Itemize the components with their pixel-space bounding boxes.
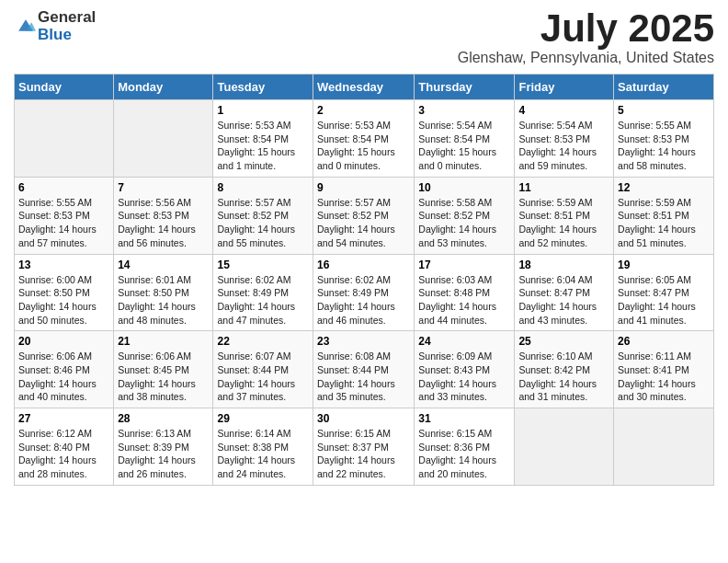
calendar-cell: 16Sunrise: 6:02 AMSunset: 8:49 PMDayligh…: [313, 254, 415, 331]
calendar-cell: 19Sunrise: 6:05 AMSunset: 8:47 PMDayligh…: [614, 254, 714, 331]
calendar-cell: 29Sunrise: 6:14 AMSunset: 8:38 PMDayligh…: [213, 408, 313, 486]
day-number: 21: [118, 335, 209, 348]
day-number: 23: [317, 335, 410, 348]
day-info: Sunrise: 5:59 AMSunset: 8:51 PMDaylight:…: [518, 197, 597, 248]
day-number: 26: [618, 335, 710, 348]
day-info: Sunrise: 6:04 AMSunset: 8:47 PMDaylight:…: [518, 274, 597, 326]
day-number: 3: [418, 104, 510, 117]
calendar-table: SundayMondayTuesdayWednesdayThursdayFrid…: [14, 74, 714, 486]
weekday-header-monday: Monday: [114, 75, 213, 100]
day-info: Sunrise: 6:12 AMSunset: 8:40 PMDaylight:…: [18, 428, 97, 479]
header: General Blue July 2025 Glenshaw, Pennsyl…: [14, 9, 714, 66]
day-info: Sunrise: 6:08 AMSunset: 8:44 PMDaylight:…: [317, 350, 395, 402]
day-number: 28: [118, 412, 209, 425]
day-number: 12: [618, 181, 710, 194]
calendar-cell: 31Sunrise: 6:15 AMSunset: 8:36 PMDayligh…: [415, 408, 515, 486]
calendar-cell: 12Sunrise: 5:59 AMSunset: 8:51 PMDayligh…: [614, 177, 714, 254]
calendar-cell: 30Sunrise: 6:15 AMSunset: 8:37 PMDayligh…: [313, 408, 415, 486]
day-number: 14: [118, 259, 209, 271]
day-number: 17: [418, 259, 510, 271]
calendar-cell: 2Sunrise: 5:53 AMSunset: 8:54 PMDaylight…: [313, 100, 415, 178]
day-number: 6: [18, 181, 109, 194]
calendar-cell: [614, 408, 714, 486]
day-number: 1: [217, 104, 309, 117]
day-info: Sunrise: 5:58 AMSunset: 8:52 PMDaylight:…: [418, 197, 496, 248]
day-info: Sunrise: 5:54 AMSunset: 8:53 PMDaylight:…: [518, 120, 597, 171]
calendar-cell: 20Sunrise: 6:06 AMSunset: 8:46 PMDayligh…: [15, 331, 114, 408]
day-number: 20: [18, 335, 109, 348]
calendar-cell: [15, 100, 114, 178]
calendar-cell: 14Sunrise: 6:01 AMSunset: 8:50 PMDayligh…: [114, 254, 213, 331]
day-number: 13: [18, 259, 109, 271]
day-number: 4: [518, 104, 609, 117]
day-info: Sunrise: 5:55 AMSunset: 8:53 PMDaylight:…: [18, 197, 97, 248]
calendar-cell: 11Sunrise: 5:59 AMSunset: 8:51 PMDayligh…: [515, 177, 614, 254]
day-info: Sunrise: 5:59 AMSunset: 8:51 PMDaylight:…: [618, 197, 696, 248]
day-number: 30: [317, 412, 410, 425]
calendar-cell: [515, 408, 614, 486]
day-info: Sunrise: 6:07 AMSunset: 8:44 PMDaylight:…: [217, 350, 295, 402]
day-number: 25: [518, 335, 609, 348]
logo-blue-text: Blue: [38, 27, 96, 44]
day-number: 16: [317, 259, 410, 271]
calendar-cell: 24Sunrise: 6:09 AMSunset: 8:43 PMDayligh…: [415, 331, 515, 408]
logo: General Blue: [14, 9, 96, 43]
calendar-cell: 26Sunrise: 6:11 AMSunset: 8:41 PMDayligh…: [614, 331, 714, 408]
day-number: 29: [217, 412, 309, 425]
day-info: Sunrise: 6:06 AMSunset: 8:45 PMDaylight:…: [118, 350, 196, 402]
day-number: 9: [317, 181, 410, 194]
day-number: 19: [618, 259, 710, 271]
day-info: Sunrise: 5:57 AMSunset: 8:52 PMDaylight:…: [217, 197, 295, 248]
day-info: Sunrise: 6:01 AMSunset: 8:50 PMDaylight:…: [118, 274, 196, 326]
weekday-header-saturday: Saturday: [614, 75, 714, 100]
day-info: Sunrise: 5:57 AMSunset: 8:52 PMDaylight:…: [317, 197, 395, 248]
day-info: Sunrise: 5:53 AMSunset: 8:54 PMDaylight:…: [317, 120, 395, 171]
calendar-cell: 27Sunrise: 6:12 AMSunset: 8:40 PMDayligh…: [15, 408, 114, 486]
calendar-cell: 10Sunrise: 5:58 AMSunset: 8:52 PMDayligh…: [415, 177, 515, 254]
day-info: Sunrise: 6:02 AMSunset: 8:49 PMDaylight:…: [317, 274, 395, 326]
title-area: July 2025 Glenshaw, Pennsylvania, United…: [458, 9, 714, 66]
calendar-cell: 4Sunrise: 5:54 AMSunset: 8:53 PMDaylight…: [515, 100, 614, 178]
day-number: 22: [217, 335, 309, 348]
calendar-cell: 5Sunrise: 5:55 AMSunset: 8:53 PMDaylight…: [614, 100, 714, 178]
day-info: Sunrise: 5:56 AMSunset: 8:53 PMDaylight:…: [118, 197, 196, 248]
day-info: Sunrise: 6:00 AMSunset: 8:50 PMDaylight:…: [18, 274, 97, 326]
day-info: Sunrise: 5:53 AMSunset: 8:54 PMDaylight:…: [217, 120, 295, 171]
calendar-cell: 17Sunrise: 6:03 AMSunset: 8:48 PMDayligh…: [415, 254, 515, 331]
day-info: Sunrise: 6:03 AMSunset: 8:48 PMDaylight:…: [418, 274, 496, 326]
weekday-header-wednesday: Wednesday: [313, 75, 415, 100]
day-info: Sunrise: 5:54 AMSunset: 8:54 PMDaylight:…: [418, 120, 496, 171]
day-info: Sunrise: 6:15 AMSunset: 8:37 PMDaylight:…: [317, 428, 395, 479]
day-info: Sunrise: 6:15 AMSunset: 8:36 PMDaylight:…: [418, 428, 496, 479]
calendar-cell: 28Sunrise: 6:13 AMSunset: 8:39 PMDayligh…: [114, 408, 213, 486]
calendar-cell: 22Sunrise: 6:07 AMSunset: 8:44 PMDayligh…: [213, 331, 313, 408]
calendar-cell: 6Sunrise: 5:55 AMSunset: 8:53 PMDaylight…: [15, 177, 114, 254]
logo-icon: [16, 17, 36, 37]
day-info: Sunrise: 6:14 AMSunset: 8:38 PMDaylight:…: [217, 428, 295, 479]
weekday-header-sunday: Sunday: [15, 75, 114, 100]
day-number: 2: [317, 104, 410, 117]
day-info: Sunrise: 6:05 AMSunset: 8:47 PMDaylight:…: [618, 274, 696, 326]
weekday-header-tuesday: Tuesday: [213, 75, 313, 100]
calendar-cell: 25Sunrise: 6:10 AMSunset: 8:42 PMDayligh…: [515, 331, 614, 408]
day-info: Sunrise: 6:11 AMSunset: 8:41 PMDaylight:…: [618, 350, 696, 402]
day-number: 7: [118, 181, 209, 194]
day-number: 5: [618, 104, 710, 117]
day-info: Sunrise: 6:09 AMSunset: 8:43 PMDaylight:…: [418, 350, 496, 402]
day-info: Sunrise: 6:10 AMSunset: 8:42 PMDaylight:…: [518, 350, 597, 402]
day-number: 8: [217, 181, 309, 194]
calendar-cell: 1Sunrise: 5:53 AMSunset: 8:54 PMDaylight…: [213, 100, 313, 178]
calendar-cell: 18Sunrise: 6:04 AMSunset: 8:47 PMDayligh…: [515, 254, 614, 331]
logo-general-text: General: [38, 9, 96, 27]
page-title: July 2025: [458, 9, 714, 48]
calendar-cell: 7Sunrise: 5:56 AMSunset: 8:53 PMDaylight…: [114, 177, 213, 254]
subtitle: Glenshaw, Pennsylvania, United States: [458, 50, 714, 66]
weekday-header-friday: Friday: [515, 75, 614, 100]
weekday-header-thursday: Thursday: [415, 75, 515, 100]
calendar-cell: 9Sunrise: 5:57 AMSunset: 8:52 PMDaylight…: [313, 177, 415, 254]
day-number: 15: [217, 259, 309, 271]
day-number: 11: [518, 181, 609, 194]
calendar-cell: 13Sunrise: 6:00 AMSunset: 8:50 PMDayligh…: [15, 254, 114, 331]
day-info: Sunrise: 6:02 AMSunset: 8:49 PMDaylight:…: [217, 274, 295, 326]
day-info: Sunrise: 5:55 AMSunset: 8:53 PMDaylight:…: [618, 120, 696, 171]
